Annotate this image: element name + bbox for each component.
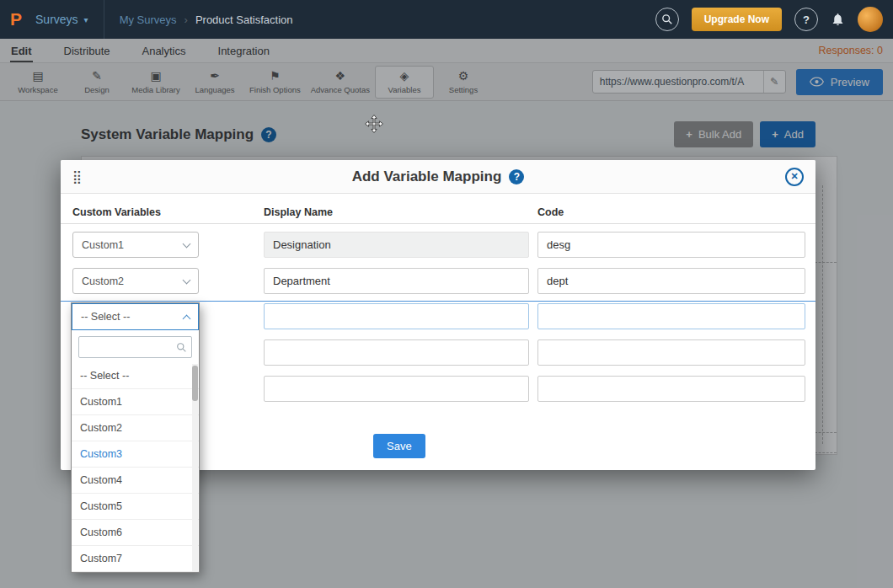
modal-header: ⣿ Add Variable Mapping ? ✕ (61, 160, 815, 194)
variable-select-3[interactable]: -- Select -- (72, 303, 199, 330)
header-divider (104, 0, 104, 39)
avatar[interactable] (858, 7, 883, 32)
scrollbar-thumb[interactable] (192, 366, 198, 401)
surveys-menu-label: Surveys (35, 13, 78, 26)
help-icon: ? (803, 13, 810, 26)
variable-select-1[interactable]: Custom1 (72, 232, 199, 258)
upgrade-now-button[interactable]: Upgrade Now (692, 8, 782, 31)
help-button[interactable]: ? (794, 8, 818, 31)
questionpro-logo[interactable]: P (10, 9, 22, 29)
option-custom6[interactable]: Custom6 (72, 520, 199, 546)
dropdown-options: -- Select -- Custom1 Custom2 Custom3 Cus… (72, 363, 199, 572)
display-name-input-1[interactable] (264, 232, 529, 258)
option-custom3[interactable]: Custom3 (72, 441, 199, 468)
option-custom5[interactable]: Custom5 (72, 494, 199, 520)
modal-help-icon[interactable]: ? (509, 169, 524, 184)
breadcrumb-current: Product Satisfaction (195, 13, 293, 26)
display-name-input-5[interactable] (264, 376, 529, 402)
dropdown-scrollbar (192, 364, 198, 571)
save-button[interactable]: Save (373, 434, 425, 458)
breadcrumb-my-surveys[interactable]: My Surveys (120, 13, 177, 26)
notifications-button[interactable] (831, 12, 845, 27)
chevron-down-icon (183, 239, 191, 248)
option-custom4[interactable]: Custom4 (72, 468, 199, 494)
surveys-menu[interactable]: Surveys ▾ (35, 13, 88, 26)
column-code: Code (537, 206, 564, 218)
modal-title: Add Variable Mapping ? (352, 168, 525, 185)
breadcrumb-separator-icon: › (184, 13, 188, 26)
display-name-input-2[interactable] (264, 268, 529, 294)
close-icon[interactable]: ✕ (785, 168, 804, 186)
dropdown-search-input[interactable] (78, 336, 192, 358)
variable-select-dropdown: -- Select -- -- Select -- Custom1 Custom… (71, 302, 200, 573)
column-custom-variables: Custom Variables (72, 206, 161, 218)
dropdown-search (72, 330, 199, 363)
search-icon (661, 13, 673, 25)
column-display-name: Display Name (264, 206, 333, 218)
option-select[interactable]: -- Select -- (72, 363, 199, 389)
option-custom7[interactable]: Custom7 (72, 546, 199, 572)
variable-select-2[interactable]: Custom2 (72, 268, 199, 294)
chevron-down-icon: ▾ (84, 15, 88, 24)
code-input-3[interactable] (537, 303, 805, 329)
column-headers: Custom Variables Display Name Code (61, 200, 815, 224)
mapping-row: Custom2 (61, 268, 815, 294)
code-input-4[interactable] (537, 339, 805, 366)
drag-handle-icon[interactable]: ⣿ (72, 169, 82, 184)
chevron-down-icon (183, 275, 191, 284)
top-bar: P Surveys ▾ My Surveys › Product Satisfa… (0, 0, 893, 39)
code-input-1[interactable] (537, 232, 805, 258)
active-row-indicator (61, 301, 815, 302)
display-name-input-3[interactable] (264, 303, 529, 329)
option-custom2[interactable]: Custom2 (72, 415, 199, 441)
option-custom1[interactable]: Custom1 (72, 389, 199, 415)
bell-icon (831, 12, 845, 27)
code-input-5[interactable] (537, 376, 805, 402)
magnifier-icon (176, 341, 187, 356)
code-input-2[interactable] (537, 268, 805, 294)
chevron-up-icon (183, 314, 191, 323)
search-button[interactable] (655, 8, 679, 31)
mapping-row: Custom1 (61, 232, 815, 258)
display-name-input-4[interactable] (264, 339, 529, 366)
